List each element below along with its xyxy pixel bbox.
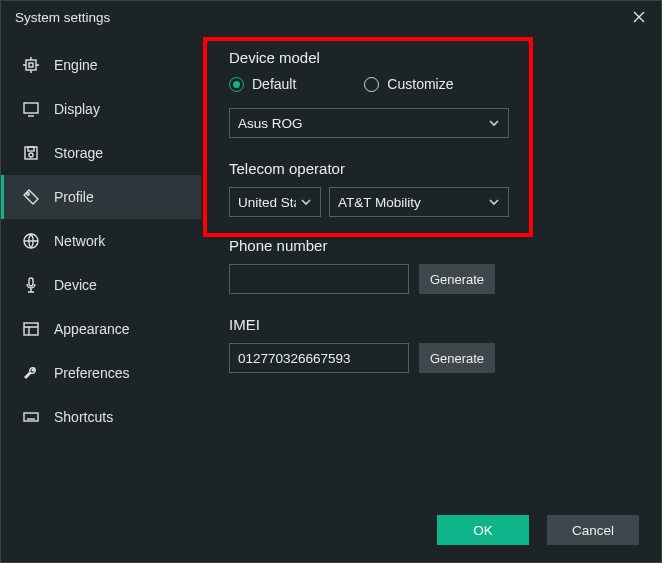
- close-button[interactable]: [627, 5, 651, 29]
- window-title: System settings: [15, 10, 110, 25]
- sidebar-item-appearance[interactable]: Appearance: [1, 307, 201, 351]
- sidebar-item-label: Network: [54, 233, 105, 249]
- sidebar-item-engine[interactable]: Engine: [1, 43, 201, 87]
- imei-label: IMEI: [229, 316, 639, 333]
- tag-icon: [22, 188, 40, 206]
- svg-rect-4: [28, 147, 34, 151]
- layout-icon: [22, 320, 40, 338]
- telecom-label: Telecom operator: [229, 160, 639, 177]
- microphone-icon: [22, 276, 40, 294]
- cpu-icon: [22, 56, 40, 74]
- svg-rect-9: [24, 323, 38, 335]
- phone-number-label: Phone number: [229, 237, 639, 254]
- close-icon: [633, 11, 645, 23]
- sidebar: Engine Display Storage Profile Network D…: [1, 33, 201, 563]
- sidebar-item-label: Profile: [54, 189, 94, 205]
- sidebar-item-display[interactable]: Display: [1, 87, 201, 131]
- sidebar-item-storage[interactable]: Storage: [1, 131, 201, 175]
- save-icon: [22, 144, 40, 162]
- dropdown-value: United States: [238, 195, 296, 210]
- cancel-button[interactable]: Cancel: [547, 515, 639, 545]
- sidebar-item-network[interactable]: Network: [1, 219, 201, 263]
- wrench-icon: [22, 364, 40, 382]
- globe-icon: [22, 232, 40, 250]
- title-bar: System settings: [1, 1, 661, 33]
- svg-rect-2: [24, 103, 38, 113]
- footer-buttons: OK Cancel: [437, 515, 639, 545]
- ok-button[interactable]: OK: [437, 515, 529, 545]
- chevron-down-icon: [300, 196, 312, 208]
- radio-default-label: Default: [252, 76, 296, 92]
- chevron-down-icon: [488, 196, 500, 208]
- imei-input[interactable]: 012770326667593: [229, 343, 409, 373]
- sidebar-item-shortcuts[interactable]: Shortcuts: [1, 395, 201, 439]
- svg-rect-8: [29, 278, 33, 286]
- radio-customize[interactable]: Customize: [364, 76, 453, 92]
- svg-point-5: [29, 153, 33, 157]
- svg-rect-1: [29, 63, 33, 67]
- sidebar-item-label: Storage: [54, 145, 103, 161]
- dropdown-value: Asus ROG: [238, 116, 303, 131]
- monitor-icon: [22, 100, 40, 118]
- sidebar-item-label: Engine: [54, 57, 98, 73]
- generate-imei-button[interactable]: Generate: [419, 343, 495, 373]
- sidebar-item-preferences[interactable]: Preferences: [1, 351, 201, 395]
- sidebar-item-label: Display: [54, 101, 100, 117]
- sidebar-item-label: Shortcuts: [54, 409, 113, 425]
- chevron-down-icon: [488, 117, 500, 129]
- svg-rect-0: [26, 60, 36, 70]
- keyboard-icon: [22, 408, 40, 426]
- generate-phone-button[interactable]: Generate: [419, 264, 495, 294]
- radio-icon: [364, 77, 379, 92]
- device-model-label: Device model: [229, 49, 639, 66]
- radio-customize-label: Customize: [387, 76, 453, 92]
- radio-icon: [229, 77, 244, 92]
- sidebar-item-profile[interactable]: Profile: [1, 175, 201, 219]
- svg-rect-10: [24, 413, 38, 421]
- phone-number-input[interactable]: [229, 264, 409, 294]
- sidebar-item-label: Device: [54, 277, 97, 293]
- device-model-dropdown[interactable]: Asus ROG: [229, 108, 509, 138]
- main-panel: Device model Default Customize Asus ROG …: [201, 33, 661, 563]
- svg-point-6: [27, 193, 29, 195]
- sidebar-item-device[interactable]: Device: [1, 263, 201, 307]
- telecom-carrier-dropdown[interactable]: AT&T Mobility: [329, 187, 509, 217]
- dropdown-value: AT&T Mobility: [338, 195, 421, 210]
- radio-default[interactable]: Default: [229, 76, 296, 92]
- sidebar-item-label: Preferences: [54, 365, 129, 381]
- sidebar-item-label: Appearance: [54, 321, 130, 337]
- telecom-country-dropdown[interactable]: United States: [229, 187, 321, 217]
